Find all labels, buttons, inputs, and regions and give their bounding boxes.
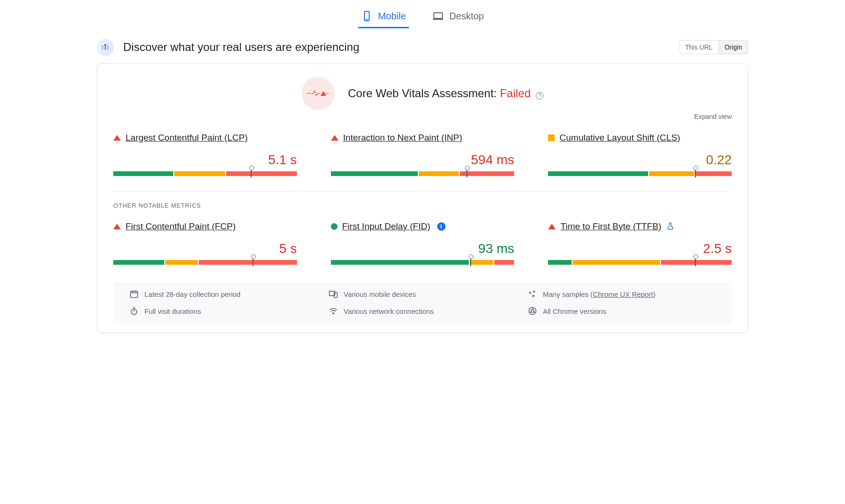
bar-marker	[466, 168, 467, 177]
bar-segment-improve	[649, 171, 694, 176]
footer-durations: Full visit durations	[129, 306, 317, 316]
bar-marker	[253, 256, 254, 266]
triangle-red-icon	[548, 224, 556, 229]
cwv-assessment: Core Web Vitals Assessment: Failed ?	[113, 77, 732, 110]
metric-value-cls: 0.22	[548, 152, 732, 168]
crux-report-link[interactable]: Chrome UX Report	[593, 290, 653, 298]
samples-icon	[528, 289, 537, 299]
users-icon	[97, 39, 114, 56]
help-icon[interactable]: ?	[536, 92, 543, 100]
bar-segment-improve	[470, 260, 493, 265]
metric-bar-ttfb	[548, 260, 732, 265]
data-collection-footer: Latest 28-day collection period Various …	[113, 282, 732, 323]
heading-row: Discover what your real users are experi…	[97, 39, 748, 56]
bar-segment-good	[331, 171, 418, 176]
metric-name-inp[interactable]: Interaction to Next Paint (INP)	[343, 133, 462, 143]
network-icon	[329, 306, 338, 316]
svg-rect-7	[105, 46, 106, 50]
stopwatch-icon	[129, 306, 139, 316]
desktop-icon	[432, 10, 444, 22]
metric-bar-inp	[331, 171, 515, 176]
bar-segment-good	[548, 260, 572, 265]
cwv-assessment-status: Failed	[500, 87, 531, 100]
metric-name-lcp[interactable]: Largest Contentful Paint (LCP)	[126, 133, 248, 143]
tab-desktop-label: Desktop	[449, 11, 484, 22]
footer-network: Various network connections	[329, 306, 516, 316]
svg-rect-9	[107, 47, 108, 50]
tab-mobile-label: Mobile	[378, 11, 406, 22]
svg-point-18	[529, 292, 531, 294]
triangle-red-icon	[331, 135, 338, 141]
info-icon[interactable]: i	[437, 222, 446, 231]
expand-view-button[interactable]: Expand view	[113, 113, 732, 120]
metric-name-fcp[interactable]: First Contentful Paint (FCP)	[126, 221, 236, 232]
metric-inp: Interaction to Next Paint (INP)594 ms	[331, 133, 515, 176]
bar-segment-improve	[573, 260, 660, 265]
square-orange-icon	[548, 134, 555, 141]
cwv-assessment-text: Core Web Vitals Assessment: Failed ?	[348, 87, 543, 100]
bar-segment-poor	[226, 171, 297, 176]
svg-point-19	[533, 291, 535, 293]
metric-bar-fcp	[113, 260, 297, 265]
svg-line-29	[530, 312, 532, 313]
devices-icon	[329, 289, 338, 299]
metric-bar-lcp	[113, 171, 297, 176]
chrome-icon	[528, 306, 537, 316]
metric-value-inp: 594 ms	[331, 152, 515, 168]
scope-toggle: This URL Origin	[679, 40, 748, 54]
svg-line-30	[533, 312, 535, 313]
bar-segment-poor	[695, 171, 732, 176]
svg-point-6	[107, 46, 109, 47]
svg-rect-2	[434, 13, 442, 18]
field-data-card: Core Web Vitals Assessment: Failed ? Exp…	[97, 63, 748, 333]
page-title: Discover what your real users are experi…	[123, 41, 359, 54]
bar-segment-improve	[174, 171, 225, 176]
scope-origin[interactable]: Origin	[718, 41, 748, 54]
footer-collection-period: Latest 28-day collection period	[129, 289, 317, 299]
calendar-icon	[129, 289, 139, 299]
expand-view-label: Expand view	[694, 113, 732, 120]
svg-rect-12	[131, 291, 138, 297]
device-tabs: Mobile Desktop	[97, 7, 748, 28]
tab-desktop[interactable]: Desktop	[431, 7, 486, 28]
footer-devices: Various mobile devices	[329, 289, 516, 299]
footer-samples: Many samples (Chrome UX Report)	[528, 289, 716, 299]
svg-point-25	[333, 313, 334, 314]
metric-cls: Cumulative Layout Shift (CLS)0.22	[548, 133, 732, 176]
metric-name-fid[interactable]: First Input Delay (FID)	[342, 221, 431, 232]
tab-mobile[interactable]: Mobile	[359, 7, 408, 28]
bar-marker	[470, 256, 471, 266]
metric-lcp: Largest Contentful Paint (LCP)5.1 s	[113, 133, 297, 176]
metric-ttfb: Time to First Byte (TTFB)2.5 s	[548, 221, 732, 265]
bar-segment-improve	[165, 260, 198, 265]
mobile-icon	[361, 10, 372, 22]
beaker-icon	[666, 222, 675, 232]
bar-segment-poor	[199, 260, 297, 265]
triangle-red-icon	[113, 224, 121, 229]
metric-fid: First Input Delay (FID)i93 ms	[331, 221, 515, 265]
other-metrics-grid: First Contentful Paint (FCP)5 sFirst Inp…	[113, 221, 732, 265]
scope-this-url[interactable]: This URL	[679, 41, 718, 54]
bar-segment-good	[113, 260, 164, 265]
bar-marker	[695, 168, 696, 177]
bar-segment-good	[548, 171, 648, 176]
triangle-red-icon	[113, 135, 121, 141]
metric-name-ttfb[interactable]: Time to First Byte (TTFB)	[560, 221, 661, 232]
bar-marker	[695, 256, 696, 266]
metric-fcp: First Contentful Paint (FCP)5 s	[113, 221, 297, 265]
svg-point-4	[104, 44, 106, 46]
dot-green-icon	[331, 223, 338, 230]
bar-segment-poor	[460, 171, 514, 176]
metric-value-fcp: 5 s	[113, 241, 297, 256]
bar-segment-good	[331, 260, 469, 265]
metric-name-cls[interactable]: Cumulative Layout Shift (CLS)	[559, 133, 680, 143]
footer-versions: All Chrome versions	[528, 306, 716, 316]
svg-point-5	[102, 46, 103, 47]
svg-marker-10	[321, 91, 326, 96]
divider	[113, 191, 732, 192]
bar-segment-poor	[494, 260, 514, 265]
svg-rect-8	[102, 47, 103, 50]
bar-marker	[251, 168, 252, 177]
metric-bar-fid	[331, 260, 515, 265]
metric-value-lcp: 5.1 s	[113, 152, 297, 168]
